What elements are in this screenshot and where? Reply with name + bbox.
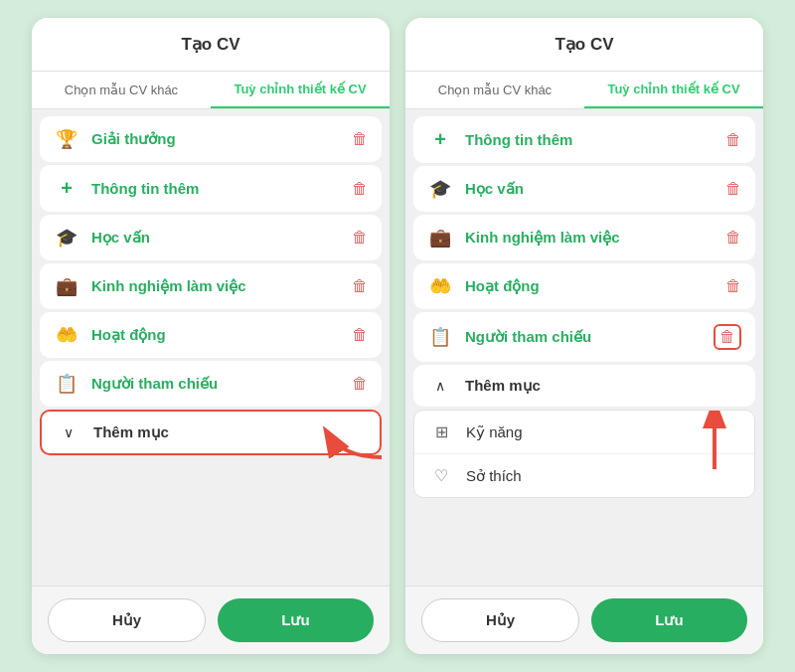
right-label-hoc-van: Học vấn: [465, 180, 714, 198]
right-menu-list: + Thông tin thêm 🗑 🎓 Học vấn 🗑 💼 Kinh ng…: [405, 109, 763, 586]
left-item-thong-tin-them[interactable]: + Thông tin thêm 🗑: [40, 165, 382, 212]
left-label-hoc-van: Học vấn: [91, 229, 340, 247]
right-dropdown: ⊞ Kỹ năng ♡ Sở thích: [413, 410, 755, 498]
right-item-thong-tin-them[interactable]: + Thông tin thêm 🗑: [413, 116, 755, 163]
left-delete-nguoi-tham-chieu[interactable]: 🗑: [352, 375, 368, 393]
right-dropdown-so-thich[interactable]: ♡ Sở thích: [414, 454, 754, 497]
right-delete-thong-tin-them[interactable]: 🗑: [725, 131, 741, 149]
left-label-nguoi-tham-chieu: Người tham chiếu: [91, 375, 340, 393]
left-section-them-muc[interactable]: ∨ Thêm mục: [40, 410, 382, 455]
plus-icon-left: +: [54, 177, 80, 200]
right-tab-choose[interactable]: Chọn mẫu CV khác: [405, 72, 584, 108]
chevron-down-icon-left: ∨: [56, 424, 81, 440]
left-delete-giai-thuong[interactable]: 🗑: [352, 130, 368, 148]
right-panel-title: Tạo CV: [405, 18, 763, 72]
heart-outline-icon: ♡: [428, 466, 454, 485]
left-label-kinh-nghiem: Kinh nghiệm làm việc: [91, 277, 340, 295]
right-tab-customize[interactable]: Tuỳ chỉnh thiết kế CV: [584, 72, 763, 108]
right-label-ky-nang: Kỹ năng: [466, 423, 523, 441]
left-panel-title: Tạo CV: [32, 18, 390, 72]
right-cancel-button[interactable]: Hủy: [421, 598, 579, 642]
left-tab-choose[interactable]: Chọn mẫu CV khác: [32, 72, 211, 108]
right-section-them-muc[interactable]: ∧ Thêm mục: [413, 365, 755, 407]
right-delete-hoat-dong[interactable]: 🗑: [725, 277, 741, 295]
left-item-hoc-van[interactable]: 🎓 Học vấn 🗑: [40, 215, 382, 260]
right-item-hoat-dong[interactable]: 🤲 Hoạt động 🗑: [413, 263, 755, 309]
right-delete-kinh-nghiem[interactable]: 🗑: [725, 229, 741, 247]
left-cancel-button[interactable]: Hủy: [48, 598, 206, 642]
right-dropdown-ky-nang[interactable]: ⊞ Kỹ năng: [414, 411, 754, 454]
right-label-thong-tin-them: Thông tin thêm: [465, 131, 714, 148]
left-delete-kinh-nghiem[interactable]: 🗑: [352, 277, 368, 295]
heart-icon-left: 🤲: [54, 324, 80, 346]
right-panel: Tạo CV Chọn mẫu CV khác Tuỳ chỉnh thiết …: [405, 18, 763, 654]
left-item-nguoi-tham-chieu[interactable]: 📋 Người tham chiếu 🗑: [40, 361, 382, 407]
left-item-hoat-dong[interactable]: 🤲 Hoạt động 🗑: [40, 312, 382, 358]
left-tab-customize[interactable]: Tuỳ chỉnh thiết kế CV: [211, 72, 390, 108]
right-label-hoat-dong: Hoạt động: [465, 277, 714, 295]
right-save-button[interactable]: Lưu: [591, 598, 747, 642]
graduation-icon-left: 🎓: [54, 227, 80, 249]
left-save-button[interactable]: Lưu: [218, 598, 374, 642]
graduation-icon-right: 🎓: [427, 178, 453, 200]
right-item-kinh-nghiem[interactable]: 💼 Kinh nghiệm làm việc 🗑: [413, 215, 755, 260]
left-item-giai-thuong[interactable]: 🏆 Giải thưởng 🗑: [40, 116, 382, 162]
right-footer: Hủy Lưu: [405, 586, 763, 654]
right-item-nguoi-tham-chieu[interactable]: 📋 Người tham chiếu 🗑: [413, 312, 755, 362]
left-label-them-muc: Thêm mục: [93, 423, 366, 441]
left-delete-hoat-dong[interactable]: 🗑: [352, 326, 368, 344]
right-item-hoc-van[interactable]: 🎓 Học vấn 🗑: [413, 166, 755, 212]
right-tab-bar: Chọn mẫu CV khác Tuỳ chỉnh thiết kế CV: [405, 72, 763, 109]
right-label-kinh-nghiem: Kinh nghiệm làm việc: [465, 229, 714, 247]
ref-icon-left: 📋: [54, 373, 80, 395]
heart-icon-right: 🤲: [427, 275, 453, 297]
right-label-nguoi-tham-chieu: Người tham chiếu: [465, 328, 702, 346]
right-label-them-muc: Thêm mục: [465, 377, 741, 395]
left-menu-list: 🏆 Giải thưởng 🗑 + Thông tin thêm 🗑 🎓 Học…: [32, 109, 390, 586]
grid-icon: ⊞: [428, 422, 454, 441]
left-footer: Hủy Lưu: [32, 586, 390, 654]
right-delete-hoc-van[interactable]: 🗑: [725, 180, 741, 198]
trophy-icon: 🏆: [54, 128, 80, 150]
left-label-giai-thuong: Giải thưởng: [91, 130, 340, 148]
briefcase-icon-left: 💼: [54, 275, 80, 297]
left-delete-hoc-van[interactable]: 🗑: [352, 229, 368, 247]
left-tab-bar: Chọn mẫu CV khác Tuỳ chỉnh thiết kế CV: [32, 72, 390, 109]
left-item-kinh-nghiem[interactable]: 💼 Kinh nghiệm làm việc 🗑: [40, 263, 382, 309]
left-label-hoat-dong: Hoạt động: [91, 326, 340, 344]
chevron-up-icon-right: ∧: [427, 378, 453, 394]
briefcase-icon-right: 💼: [427, 227, 453, 249]
left-delete-thong-tin-them[interactable]: 🗑: [352, 180, 368, 198]
left-label-thong-tin-them: Thông tin thêm: [91, 180, 340, 197]
plus-icon-right: +: [427, 128, 453, 151]
right-delete-nguoi-tham-chieu[interactable]: 🗑: [714, 324, 741, 350]
right-label-so-thich: Sở thích: [466, 467, 522, 485]
left-panel: Tạo CV Chọn mẫu CV khác Tuỳ chỉnh thiết …: [32, 18, 390, 654]
ref-icon-right: 📋: [427, 326, 453, 348]
